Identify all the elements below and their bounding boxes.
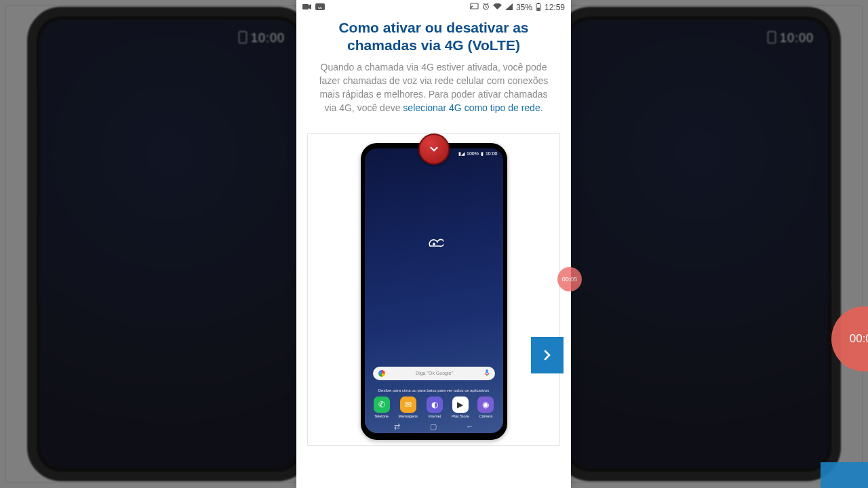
svg-text:cc: cc	[318, 5, 322, 9]
svg-rect-0	[302, 4, 309, 9]
illustration-phone: ▮◢ 100% ▮ 10:00 Diga "Ok Google"	[361, 143, 507, 440]
dock-app-câmera[interactable]: ◉Câmera	[477, 396, 494, 418]
status-right-icons: 35% 12:59	[469, 3, 566, 13]
dock-app-telefone[interactable]: ✆Telefone	[374, 396, 390, 418]
google-logo-icon	[378, 370, 385, 377]
play store-icon: ▶	[452, 396, 469, 413]
nav-back-icon[interactable]: ←	[466, 422, 473, 431]
search-placeholder: Diga "Ok Google"	[416, 371, 453, 375]
mic-icon	[484, 369, 490, 377]
desc-period: .	[540, 102, 543, 113]
app-drawer-hint: Deslize para cima ou para baixo para ver…	[365, 388, 503, 392]
video-recording-icon	[302, 3, 314, 12]
battery-percent: 35%	[516, 3, 532, 12]
mensagens-icon: ✉	[400, 396, 416, 413]
google-search-bar[interactable]: Diga "Ok Google"	[373, 367, 495, 380]
recorder-bubble-small[interactable]: 00:05	[557, 267, 582, 291]
svg-rect-7	[537, 7, 540, 9]
device-screenshot: cc 35% 12:59	[296, 0, 571, 488]
pull-down-indicator[interactable]	[418, 134, 450, 165]
status-clock: 12:59	[545, 3, 565, 12]
cc-icon: cc	[315, 3, 325, 12]
weather-widget-icon	[425, 235, 443, 249]
nav-recents-icon[interactable]: ⇄	[394, 422, 400, 431]
chevron-right-icon	[541, 346, 553, 365]
dock-app-label: Internet	[429, 414, 441, 418]
internet-icon: ◐	[427, 396, 443, 413]
dock-app-label: Play Store	[452, 414, 469, 418]
status-left-icons: cc	[302, 3, 326, 12]
page-description: Quando a chamada via 4G estiver ativada,…	[296, 58, 571, 115]
telefone-icon: ✆	[374, 396, 390, 413]
dock-app-internet[interactable]: ◐Internet	[427, 396, 443, 418]
wifi-icon	[493, 3, 502, 12]
dock-app-label: Mensagens	[399, 414, 418, 418]
instruction-card: ▮◢ 100% ▮ 10:00 Diga "Ok Google"	[307, 133, 560, 446]
nav-home-icon[interactable]: ▢	[430, 422, 437, 431]
câmera-icon: ◉	[477, 396, 494, 413]
dock-app-label: Câmera	[479, 414, 493, 418]
select-4g-link[interactable]: selecionar 4G como tipo de rede	[403, 102, 540, 113]
android-status-bar: cc 35% 12:59	[296, 0, 571, 15]
app-dock: ✆Telefone✉Mensagens◐Internet▶Play Store◉…	[365, 396, 503, 418]
svg-rect-6	[537, 3, 539, 4]
bottom-right-accent	[821, 462, 868, 488]
recorder-elapsed: 00:05	[562, 276, 578, 283]
page-title: Como ativar ou desativar as chamadas via…	[296, 15, 571, 58]
svg-rect-10	[486, 369, 488, 373]
recorder-elapsed-large: 00:05	[850, 332, 868, 346]
android-nav-bar: ⇄ ▢ ←	[365, 422, 503, 431]
svg-rect-3	[471, 3, 478, 9]
dock-app-label: Telefone	[374, 414, 389, 418]
next-step-button[interactable]	[531, 337, 564, 373]
illustration-screen: ▮◢ 100% ▮ 10:00 Diga "Ok Google"	[365, 148, 503, 433]
battery-icon	[536, 3, 541, 13]
cast-icon	[470, 3, 479, 12]
dock-app-play store[interactable]: ▶Play Store	[452, 396, 469, 418]
dock-app-mensagens[interactable]: ✉Mensagens	[399, 396, 418, 418]
signal-icon	[505, 3, 513, 12]
alarm-icon	[482, 3, 490, 12]
